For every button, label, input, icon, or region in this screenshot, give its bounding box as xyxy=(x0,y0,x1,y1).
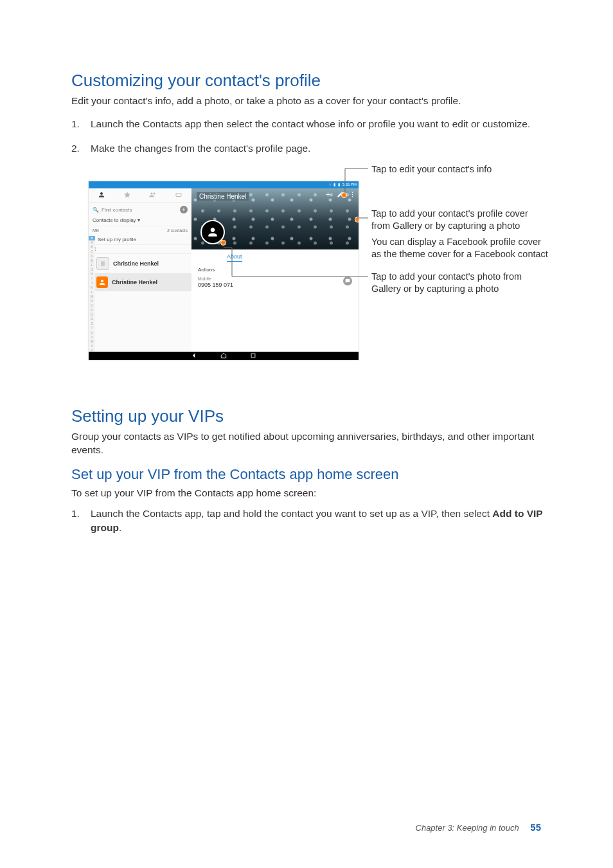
selected-avatar-icon xyxy=(96,276,108,288)
nav-back[interactable] xyxy=(191,352,197,360)
group-icon xyxy=(149,191,157,199)
search-row: 🔍 Find contacts + xyxy=(89,203,191,216)
me-section-header: ME 2 contacts xyxy=(89,226,191,235)
mobile-label: Mobile xyxy=(198,276,352,281)
block-icon xyxy=(175,191,182,199)
detail-tabs: About xyxy=(191,249,359,263)
nav-home[interactable] xyxy=(220,352,227,360)
step-customize-2-text: Make the changes from the contact's prof… xyxy=(91,143,310,154)
search-input[interactable]: Find contacts xyxy=(102,207,132,213)
nav-recent[interactable] xyxy=(250,352,256,360)
heading-vips: Setting up your VIPs xyxy=(71,406,547,426)
overflow-button[interactable] xyxy=(349,191,356,199)
alpha-scroller[interactable]: #ABCDEFGHIJKLMNOPQRSTUVWXYZ xyxy=(89,235,95,352)
sim-avatar-icon xyxy=(96,257,109,270)
profile-cover[interactable]: Christine Henkel xyxy=(191,188,359,249)
add-contact-button[interactable]: + xyxy=(180,206,188,213)
intro-customizing: Edit your contact's info, add a photo, o… xyxy=(71,95,547,108)
status-time: 3:26 PM xyxy=(342,181,357,188)
contact-detail-pane: Christine Henkel About Act xyxy=(191,188,359,352)
battery-icon: ▮ xyxy=(338,181,340,188)
step-vip-pre: Launch the Contacts app, tap and hold th… xyxy=(91,508,492,519)
mobile-value: 0905 159 071 xyxy=(198,282,352,288)
contacts-to-display[interactable]: Contacts to display ▾ xyxy=(89,216,191,226)
contacts-left-pane: 🔍 Find contacts + Contacts to display ▾ … xyxy=(89,188,192,352)
mobile-row[interactable]: Mobile 0905 159 071 xyxy=(191,273,359,292)
step-customize-1-text: Launch the Contacts app then select the … xyxy=(91,118,530,129)
letter-header-c: C xyxy=(89,244,191,254)
tab-groups[interactable] xyxy=(140,191,166,200)
intro-vips: Group your contacts as VIPs to get notif… xyxy=(71,430,547,457)
heading-customizing: Customizing your contact's profile xyxy=(71,71,547,91)
avatar-person-icon xyxy=(206,226,219,239)
add-field-button[interactable] xyxy=(324,191,332,199)
status-bar: ᚼ ▮ ▮ 3:26 PM xyxy=(89,181,359,188)
contacts-tabs xyxy=(89,188,191,203)
signal-icon: ▮ xyxy=(333,181,335,188)
svg-point-3 xyxy=(352,194,353,195)
person-icon xyxy=(98,191,105,199)
page-footer: Chapter 3: Keeping in touch 55 xyxy=(416,822,541,833)
contact-row-selected[interactable]: Christine Henkel xyxy=(89,273,191,291)
svg-rect-0 xyxy=(176,194,181,197)
tab-people[interactable] xyxy=(89,191,114,200)
contacts-count: 2 contacts xyxy=(167,228,188,233)
screenshot-region: ᚼ ▮ ▮ 3:26 PM xyxy=(89,165,547,361)
svg-point-4 xyxy=(352,196,353,197)
bluetooth-icon: ᚼ xyxy=(329,181,332,188)
callout-edit: Tap to edit your contact's info xyxy=(371,163,548,176)
section-actions: Actions xyxy=(191,263,359,273)
step-customize-2: 2.Make the changes from the contact's pr… xyxy=(71,141,547,156)
android-nav-bar xyxy=(89,352,359,360)
search-icon: 🔍 xyxy=(93,207,99,213)
intro-vip-sub: To set up your VIP from the Contacts app… xyxy=(71,487,547,500)
tablet-frame: ᚼ ▮ ▮ 3:26 PM xyxy=(89,181,359,360)
tab-about[interactable]: About xyxy=(227,253,242,262)
step-vip-1: 1.Launch the Contacts app, tap and hold … xyxy=(71,507,547,534)
star-icon xyxy=(123,191,131,199)
svg-rect-5 xyxy=(251,354,255,357)
step-customize-1: 1.Launch the Contacts app then select th… xyxy=(71,117,547,131)
callout-cover1: Tap to add your contact's profile cover … xyxy=(371,208,548,232)
footer-page-number: 55 xyxy=(530,822,541,833)
svg-rect-1 xyxy=(101,262,105,267)
hotspot-cover xyxy=(355,217,359,222)
heading-vip-sub: Set up your VIP from the Contacts app ho… xyxy=(71,466,547,483)
svg-point-2 xyxy=(352,192,353,193)
contact-name-1: Christine Henkel xyxy=(113,260,159,267)
set-up-profile[interactable]: Set up my profile xyxy=(89,235,191,244)
contact-row-sim[interactable]: Christine Henkel xyxy=(89,254,191,273)
step-vip-post: . xyxy=(119,522,121,533)
profile-name: Christine Henkel xyxy=(197,192,249,201)
tab-favorites[interactable] xyxy=(114,191,140,200)
me-label: ME xyxy=(93,228,100,233)
callout-photo: Tap to add your contact's photo from Gal… xyxy=(371,271,548,295)
callout-cover2: You can display a Facebook profile cover… xyxy=(371,236,548,260)
tab-blocked[interactable] xyxy=(166,191,191,200)
contact-name-2: Christine Henkel xyxy=(112,279,157,285)
footer-chapter: Chapter 3: Keeping in touch xyxy=(416,823,519,833)
